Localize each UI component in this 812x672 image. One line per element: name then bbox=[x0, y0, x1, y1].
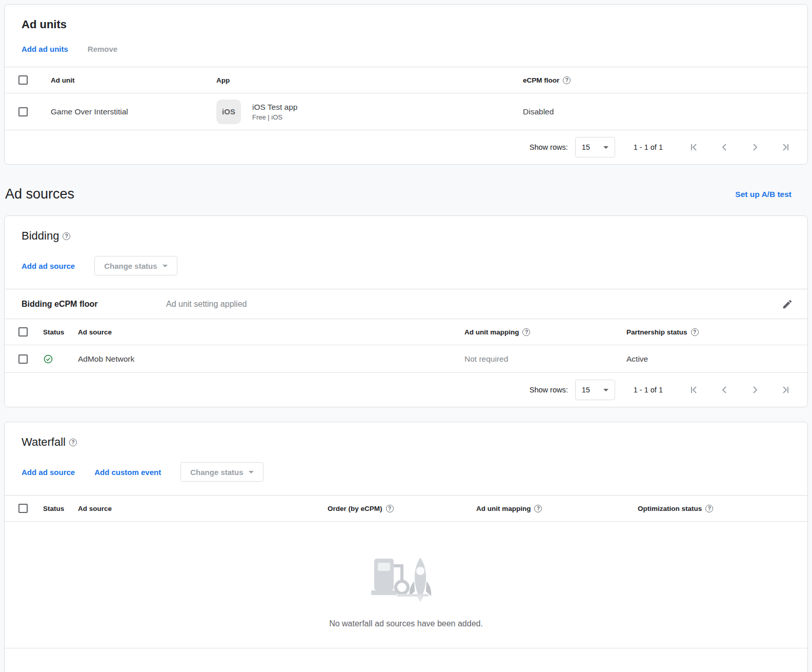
column-ad-source: Ad source bbox=[78, 328, 464, 336]
pencil-icon bbox=[782, 299, 793, 310]
column-optimization-status: Optimization status ? bbox=[638, 505, 807, 512]
edit-ecpm-floor-button[interactable] bbox=[782, 299, 793, 310]
select-all-checkbox[interactable] bbox=[18, 327, 28, 337]
bidding-ecpm-floor-row: Bidding eCPM floor Ad unit setting appli… bbox=[5, 289, 807, 319]
pager bbox=[687, 384, 792, 396]
page-range: 1 - 1 of 1 bbox=[634, 386, 663, 394]
add-ad-units-link[interactable]: Add ad units bbox=[22, 45, 68, 53]
row-checkbox[interactable] bbox=[18, 107, 28, 116]
ecpm-floor-help-icon[interactable]: ? bbox=[563, 76, 571, 84]
column-ad-source: Ad source bbox=[78, 505, 328, 512]
ad-unit-mapping-value: Not required bbox=[464, 354, 626, 364]
waterfall-change-status-button[interactable]: Change status bbox=[180, 462, 263, 482]
bidding-help-icon[interactable]: ? bbox=[63, 232, 70, 240]
column-ecpm-floor: eCPM floor ? bbox=[523, 76, 807, 84]
column-ad-unit-mapping: Ad unit mapping ? bbox=[476, 505, 638, 512]
rocket-illustration bbox=[365, 545, 447, 608]
order-by-ecpm-help-icon[interactable]: ? bbox=[386, 505, 394, 512]
ad-units-title: Ad units bbox=[22, 18, 794, 31]
waterfall-title: Waterfall ? bbox=[22, 436, 794, 449]
waterfall-add-custom-event-link[interactable]: Add custom event bbox=[94, 468, 161, 477]
bidding-ecpm-floor-label: Bidding eCPM floor bbox=[22, 300, 166, 309]
page-range: 1 - 1 of 1 bbox=[634, 143, 663, 151]
column-ad-unit: Ad unit bbox=[51, 76, 216, 84]
app-info: iOS Test app Free | iOS bbox=[252, 103, 297, 121]
select-all-checkbox[interactable] bbox=[18, 75, 28, 85]
waterfall-empty-message: No waterfall ad sources have been added. bbox=[329, 619, 483, 628]
table-row[interactable]: AdMob Network Not required Active bbox=[5, 345, 807, 373]
first-page-icon[interactable] bbox=[687, 141, 700, 153]
bidding-table-header: Status Ad source Ad unit mapping ? Partn… bbox=[5, 319, 807, 345]
app-name: iOS Test app bbox=[252, 103, 297, 112]
column-partnership-status: Partnership status ? bbox=[626, 328, 807, 336]
ad-sources-title: Ad sources bbox=[5, 186, 74, 202]
setup-ab-test-link[interactable]: Set up A/B test bbox=[735, 190, 791, 199]
pager bbox=[687, 141, 792, 153]
ad-units-actions: Add ad units Remove bbox=[22, 45, 794, 67]
chevron-down-icon bbox=[603, 389, 608, 391]
row-checkbox[interactable] bbox=[18, 354, 28, 364]
rows-per-page-select[interactable]: 15 bbox=[575, 380, 615, 400]
waterfall-help-icon[interactable]: ? bbox=[69, 439, 77, 446]
next-page-icon[interactable] bbox=[749, 141, 761, 153]
ad-unit-mapping-help-icon[interactable]: ? bbox=[534, 505, 542, 512]
waterfall-empty-state: No waterfall ad sources have been added. bbox=[5, 522, 807, 648]
chevron-down-icon bbox=[249, 471, 254, 473]
next-page-icon[interactable] bbox=[749, 384, 761, 396]
waterfall-table-header: Status Ad source Order (by eCPM) ? Ad un… bbox=[5, 495, 807, 522]
column-status: Status bbox=[43, 505, 78, 512]
rows-per-page-select[interactable]: 15 bbox=[575, 137, 615, 157]
ios-app-icon: iOS bbox=[216, 100, 241, 124]
partnership-status-value: Active bbox=[626, 354, 807, 364]
bidding-ecpm-floor-value: Ad unit setting applied bbox=[166, 300, 782, 309]
prev-page-icon[interactable] bbox=[718, 384, 730, 396]
bidding-title: Bidding ? bbox=[22, 229, 794, 243]
ad-source-name: AdMob Network bbox=[78, 354, 464, 364]
ad-sources-header: Ad sources Set up A/B test bbox=[4, 165, 808, 215]
waterfall-card: Waterfall ? Add ad source Add custom eve… bbox=[4, 422, 808, 672]
bidding-add-ad-source-link[interactable]: Add ad source bbox=[22, 262, 75, 270]
chevron-down-icon bbox=[603, 146, 608, 149]
bidding-actions: Add ad source Change status bbox=[22, 256, 794, 289]
waterfall-head: Waterfall ? Add ad source Add custom eve… bbox=[5, 422, 807, 495]
select-all-checkbox[interactable] bbox=[18, 504, 28, 513]
optimization-status-help-icon[interactable]: ? bbox=[705, 505, 713, 512]
ecpm-floor-value: Disabled bbox=[523, 107, 807, 116]
last-page-icon[interactable] bbox=[780, 141, 792, 153]
table-row[interactable]: Game Over Interstitial iOS iOS Test app … bbox=[5, 93, 807, 130]
bidding-head: Bidding ? Add ad source Change status bbox=[5, 216, 807, 289]
partnership-status-help-icon[interactable]: ? bbox=[691, 328, 699, 336]
ad-units-card: Ad units Add ad units Remove Ad unit App… bbox=[4, 4, 808, 165]
show-rows-label: Show rows: bbox=[530, 143, 568, 151]
waterfall-footer bbox=[5, 648, 807, 672]
ad-unit-name: Game Over Interstitial bbox=[51, 107, 216, 116]
waterfall-add-ad-source-link[interactable]: Add ad source bbox=[22, 468, 75, 477]
mediation-page: Ad units Add ad units Remove Ad unit App… bbox=[0, 0, 812, 672]
ad-units-head: Ad units Add ad units Remove bbox=[5, 5, 807, 67]
prev-page-icon[interactable] bbox=[718, 141, 730, 153]
bidding-card: Bidding ? Add ad source Change status Bi… bbox=[4, 215, 808, 407]
first-page-icon[interactable] bbox=[687, 384, 700, 396]
last-page-icon[interactable] bbox=[780, 384, 792, 396]
bidding-pagination: Show rows: 15 1 - 1 of 1 bbox=[5, 373, 807, 407]
remove-ad-units-link[interactable]: Remove bbox=[88, 45, 117, 53]
column-app: App bbox=[216, 76, 523, 84]
column-status: Status bbox=[43, 328, 78, 336]
column-order-by-ecpm: Order (by eCPM) ? bbox=[328, 505, 476, 512]
column-ad-unit-mapping: Ad unit mapping ? bbox=[464, 328, 626, 336]
status-active-icon bbox=[43, 354, 53, 364]
show-rows-label: Show rows: bbox=[530, 386, 568, 394]
bidding-change-status-button[interactable]: Change status bbox=[94, 256, 177, 275]
ad-units-table-header: Ad unit App eCPM floor ? bbox=[5, 67, 807, 93]
ad-unit-mapping-help-icon[interactable]: ? bbox=[522, 328, 530, 336]
waterfall-actions: Add ad source Add custom event Change st… bbox=[22, 462, 794, 495]
app-meta: Free | iOS bbox=[252, 113, 297, 121]
chevron-down-icon bbox=[163, 265, 168, 267]
ad-units-pagination: Show rows: 15 1 - 1 of 1 bbox=[5, 130, 807, 164]
